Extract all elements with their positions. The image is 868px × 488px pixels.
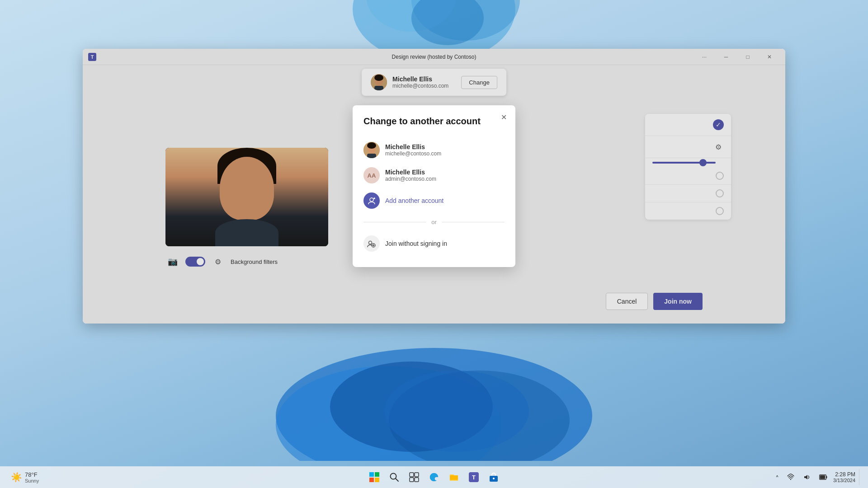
account-details-michelle-main: Michelle Ellis michelle@contoso.com [385,143,441,157]
svg-rect-29 [375,478,379,482]
battery-icon[interactable] [817,471,830,483]
join-no-signin-label: Join without signing in [385,240,447,247]
weather-temp: 78°F [25,471,39,478]
account-email-michelle-main: michelle@contoso.com [385,150,441,157]
taskbar-left: ☀️ 78°F Sunny [7,469,42,485]
svg-rect-35 [415,478,419,482]
account-details-michelle-admin: Michelle Ellis admin@contoso.com [385,169,436,182]
svg-rect-18 [367,154,376,158]
weather-icon: ☀️ [11,472,22,483]
taskbar: ☀️ 78°F Sunny [0,466,868,488]
account-name-michelle-admin: Michelle Ellis [385,169,436,176]
svg-rect-27 [375,472,379,477]
add-account-icon [363,192,380,209]
svg-text:T: T [472,474,476,481]
change-account-modal: ✕ Change to another account Michelle Ell… [353,105,515,267]
svg-point-19 [370,198,373,202]
weather-condition: Sunny [25,478,39,483]
svg-point-40 [790,479,791,480]
weather-widget[interactable]: ☀️ 78°F Sunny [7,469,42,485]
teams-taskbar-button[interactable]: T [465,468,483,486]
join-no-signin-icon [363,235,380,252]
time-display: 2:28 PM [835,471,855,478]
join-without-signin-item[interactable]: Join without signing in [363,231,505,256]
divider-line-right [442,222,505,222]
svg-rect-33 [415,473,419,477]
add-account-item[interactable]: Add another account [363,188,505,213]
svg-rect-43 [820,475,825,479]
bloom-bottom-decoration [253,325,615,461]
add-account-label: Add another account [385,197,443,204]
volume-icon[interactable] [801,471,813,483]
svg-point-17 [367,142,376,149]
taskbar-right: ^ 2:28 PM [774,469,861,485]
network-icon[interactable] [784,471,797,483]
search-taskbar-button[interactable] [385,468,403,486]
svg-point-39 [493,478,495,479]
or-label: or [431,219,437,225]
file-explorer-button[interactable] [445,468,463,486]
svg-rect-42 [826,476,827,479]
clock[interactable]: 2:28 PM 3/13/2024 [833,471,855,483]
svg-rect-28 [369,478,374,482]
divider-line-left [363,222,426,222]
account-email-michelle-admin: admin@contoso.com [385,176,436,182]
svg-rect-26 [369,472,374,477]
svg-point-22 [369,241,372,244]
modal-overlay: ✕ Change to another account Michelle Ell… [83,49,785,324]
svg-point-8 [384,371,529,452]
date-display: 3/13/2024 [833,478,855,483]
divider-or: or [363,213,505,231]
start-button[interactable] [365,468,383,486]
account-item-michelle-admin[interactable]: AA Michelle Ellis admin@contoso.com [363,163,505,188]
svg-line-31 [396,479,398,481]
modal-title: Change to another account [363,116,505,127]
show-desktop-button[interactable] [859,469,861,485]
show-hidden-icons-button[interactable]: ^ [774,474,781,481]
svg-rect-32 [410,473,414,477]
account-avatar-photo [363,142,380,158]
account-item-michelle-main[interactable]: Michelle Ellis michelle@contoso.com [363,137,505,163]
task-view-button[interactable] [405,468,423,486]
edge-taskbar-button[interactable] [425,468,443,486]
weather-info: 78°F Sunny [25,471,39,483]
svg-rect-34 [410,478,414,482]
modal-close-button[interactable]: ✕ [497,111,510,123]
taskbar-center: T [365,468,503,486]
teams-window: T Design review (hosted by Contoso) ··· … [83,49,785,324]
account-name-michelle-main: Michelle Ellis [385,143,441,150]
account-avatar-initials: AA [363,167,380,183]
store-taskbar-button[interactable] [485,468,503,486]
